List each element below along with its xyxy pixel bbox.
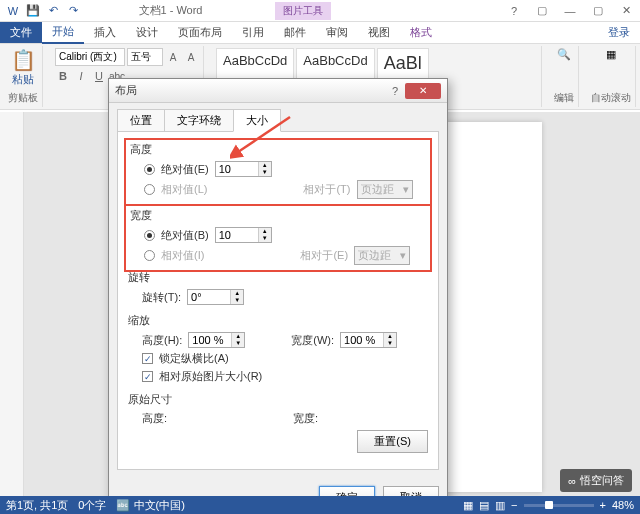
scale-label: 缩放 — [128, 313, 428, 328]
dialog-close-icon[interactable]: ✕ — [405, 83, 441, 99]
status-right: ▦ ▤ ▥ − + 48% — [463, 499, 634, 512]
autoscroll-button[interactable]: ▦ — [591, 48, 631, 61]
font-size-select[interactable]: 五号 — [127, 48, 163, 66]
height-absolute-radio[interactable] — [144, 164, 155, 175]
tab-home[interactable]: 开始 — [42, 21, 84, 44]
style-nospacing[interactable]: AaBbCcDd — [296, 48, 374, 79]
reset-button[interactable]: 重置(S) — [357, 430, 428, 453]
ribbon-tabs: 文件 开始 插入 设计 页面布局 引用 邮件 审阅 视图 格式 登录 — [0, 22, 640, 44]
view-web-icon[interactable]: ▥ — [495, 499, 505, 512]
word-icon[interactable]: W — [4, 2, 22, 20]
dialog-tab-size[interactable]: 大小 — [233, 109, 281, 132]
dialog-tab-wrap[interactable]: 文字环绕 — [164, 109, 234, 132]
ribbon-options-icon[interactable]: ▢ — [528, 1, 556, 21]
lock-aspect-label: 锁定纵横比(A) — [159, 351, 229, 366]
view-print-icon[interactable]: ▦ — [463, 499, 473, 512]
rotation-input[interactable]: ▲▼ — [187, 289, 244, 305]
scale-width-label: 宽度(W): — [291, 333, 334, 348]
zoom-in-icon[interactable]: + — [600, 499, 606, 511]
tab-format[interactable]: 格式 — [400, 22, 442, 43]
group-label-clipboard: 剪贴板 — [8, 91, 38, 105]
zoom-out-icon[interactable]: − — [511, 499, 517, 511]
layout-dialog: 布局 ? ✕ 位置 文字环绕 大小 高度 绝对值(E) ▲▼ 相对值(L) 相对… — [108, 78, 448, 514]
rotation-label: 旋转(T): — [142, 290, 181, 305]
width-relativeto-label: 相对于(E) — [300, 248, 348, 263]
zoom-slider[interactable] — [524, 504, 594, 507]
width-relative-radio[interactable] — [144, 250, 155, 261]
height-relative-label: 相对值(L) — [161, 182, 207, 197]
dialog-help-icon[interactable]: ? — [385, 85, 405, 97]
width-label: 宽度 — [130, 208, 426, 223]
edit-button[interactable]: 🔍 — [554, 48, 574, 61]
tab-references[interactable]: 引用 — [232, 22, 274, 43]
vertical-ruler — [0, 112, 24, 496]
tab-design[interactable]: 设计 — [126, 22, 168, 43]
watermark-text: 悟空问答 — [580, 473, 624, 488]
original-size-section: 原始尺寸 高度: 宽度: 重置(S) — [128, 392, 428, 453]
paste-label: 粘贴 — [12, 72, 34, 87]
style-normal[interactable]: AaBbCcDd — [216, 48, 294, 79]
height-relativeto-label: 相对于(T) — [303, 182, 350, 197]
tab-insert[interactable]: 插入 — [84, 22, 126, 43]
watermark-icon: ∞ — [568, 475, 576, 487]
title-bar: W 💾 ↶ ↷ 文档1 - Word 图片工具 ? ▢ — ▢ ✕ — [0, 0, 640, 22]
group-label-edit: 编辑 — [554, 91, 574, 105]
maximize-icon[interactable]: ▢ — [584, 1, 612, 21]
tab-mailings[interactable]: 邮件 — [274, 22, 316, 43]
height-relative-radio[interactable] — [144, 184, 155, 195]
font-name-select[interactable]: Calibri (西文) — [55, 48, 125, 66]
redo-icon[interactable]: ↷ — [64, 2, 82, 20]
status-bar: 第1页, 共1页 0个字 🔤 中文(中国) ▦ ▤ ▥ − + 48% — [0, 496, 640, 514]
rotate-section: 旋转 旋转(T): ▲▼ — [128, 270, 428, 305]
shrink-font-icon[interactable]: A — [183, 49, 199, 65]
height-absolute-label: 绝对值(E) — [161, 162, 209, 177]
ribbon-group-autoscroll: ▦ 自动滚动 — [587, 46, 636, 107]
contextual-tab-label: 图片工具 — [275, 2, 331, 20]
scale-height-input[interactable]: ▲▼ — [188, 332, 245, 348]
dialog-tab-position[interactable]: 位置 — [117, 109, 165, 132]
tab-review[interactable]: 审阅 — [316, 22, 358, 43]
italic-icon[interactable]: I — [73, 68, 89, 84]
orig-height-label: 高度: — [142, 411, 167, 426]
tab-file[interactable]: 文件 — [0, 22, 42, 43]
width-absolute-input[interactable]: ▲▼ — [215, 227, 272, 243]
rotate-label: 旋转 — [128, 270, 428, 285]
style-heading[interactable]: AaBl — [377, 48, 429, 79]
height-section: 高度 绝对值(E) ▲▼ 相对值(L) 相对于(T) 页边距▾ — [124, 138, 432, 206]
minimize-icon[interactable]: — — [556, 1, 584, 21]
login-link[interactable]: 登录 — [598, 22, 640, 43]
word-count[interactable]: 0个字 — [78, 498, 106, 513]
width-relative-label: 相对值(I) — [161, 248, 204, 263]
ribbon-group-edit: 🔍 编辑 — [550, 46, 579, 107]
help-icon[interactable]: ? — [500, 1, 528, 21]
view-read-icon[interactable]: ▤ — [479, 499, 489, 512]
undo-icon[interactable]: ↶ — [44, 2, 62, 20]
height-relativeto-combo: 页边距▾ — [357, 180, 413, 199]
group-label-autoscroll: 自动滚动 — [591, 91, 631, 105]
scale-section: 缩放 高度(H): ▲▼ 宽度(W): ▲▼ ✓ 锁定纵横比(A) ✓ 相对原始… — [128, 313, 428, 384]
paste-button[interactable]: 📋 粘贴 — [8, 48, 38, 87]
width-relativeto-combo: 页边距▾ — [354, 246, 410, 265]
bold-icon[interactable]: B — [55, 68, 71, 84]
document-title: 文档1 - Word — [86, 3, 255, 18]
dialog-body: 高度 绝对值(E) ▲▼ 相对值(L) 相对于(T) 页边距▾ 宽度 绝对值(B… — [117, 131, 439, 470]
save-icon[interactable]: 💾 — [24, 2, 42, 20]
lock-aspect-checkbox[interactable]: ✓ — [142, 353, 153, 364]
page-count[interactable]: 第1页, 共1页 — [6, 498, 68, 513]
grow-font-icon[interactable]: A — [165, 49, 181, 65]
scale-height-label: 高度(H): — [142, 333, 182, 348]
original-size-label: 原始尺寸 — [128, 392, 428, 407]
relative-original-checkbox[interactable]: ✓ — [142, 371, 153, 382]
close-icon[interactable]: ✕ — [612, 1, 640, 21]
height-absolute-input[interactable]: ▲▼ — [215, 161, 272, 177]
underline-icon[interactable]: U — [91, 68, 107, 84]
language-status[interactable]: 🔤 中文(中国) — [116, 498, 184, 513]
tab-layout[interactable]: 页面布局 — [168, 22, 232, 43]
tab-view[interactable]: 视图 — [358, 22, 400, 43]
dialog-titlebar: 布局 ? ✕ — [109, 79, 447, 103]
zoom-level[interactable]: 48% — [612, 499, 634, 511]
clipboard-icon: 📋 — [11, 48, 36, 72]
scale-width-input[interactable]: ▲▼ — [340, 332, 397, 348]
width-absolute-radio[interactable] — [144, 230, 155, 241]
dialog-title: 布局 — [115, 83, 385, 98]
